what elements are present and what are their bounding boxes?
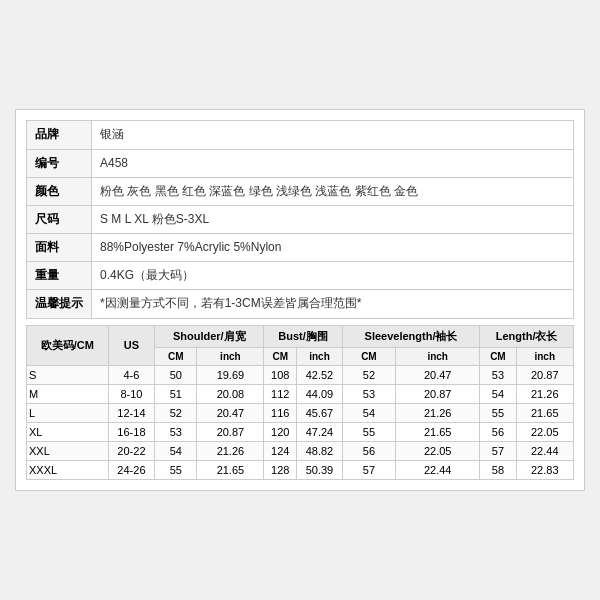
size-row: 尺码 S M L XL 粉色S-3XL bbox=[27, 205, 574, 233]
table-cell: 22.83 bbox=[516, 460, 573, 479]
table-cell: 16-18 bbox=[108, 422, 155, 441]
brand-row: 品牌 银涵 bbox=[27, 121, 574, 149]
table-cell: 108 bbox=[264, 365, 297, 384]
table-row: M8-105120.0811244.095320.875421.26 bbox=[27, 384, 574, 403]
table-cell: 55 bbox=[155, 460, 197, 479]
table-cell: 44.09 bbox=[297, 384, 343, 403]
table-cell: 20.47 bbox=[197, 403, 264, 422]
size-table: 欧美码/CM US Shoulder/肩宽 Bust/胸围 Sleeveleng… bbox=[26, 325, 574, 480]
weight-row: 重量 0.4KG（最大码） bbox=[27, 262, 574, 290]
table-cell: M bbox=[27, 384, 109, 403]
warning-label: 温馨提示 bbox=[27, 290, 92, 318]
table-cell: 55 bbox=[342, 422, 395, 441]
col-us: US bbox=[108, 325, 155, 365]
table-row: XXL20-225421.2612448.825622.055722.44 bbox=[27, 441, 574, 460]
table-cell: 19.69 bbox=[197, 365, 264, 384]
table-cell: 8-10 bbox=[108, 384, 155, 403]
table-cell: 124 bbox=[264, 441, 297, 460]
sleeve-cm-header: CM bbox=[342, 347, 395, 365]
warning-row: 温馨提示 *因测量方式不同，若有1-3CM误差皆属合理范围* bbox=[27, 290, 574, 318]
table-cell: 4-6 bbox=[108, 365, 155, 384]
table-cell: 20.87 bbox=[516, 365, 573, 384]
col-eu-cm: 欧美码/CM bbox=[27, 325, 109, 365]
warning-text: *因测量方式不同，若有1-3CM误差皆属合理范围* bbox=[92, 290, 574, 318]
fabric-row: 面料 88%Polyester 7%Acrylic 5%Nylon bbox=[27, 234, 574, 262]
col-shoulder: Shoulder/肩宽 bbox=[155, 325, 264, 347]
table-cell: 58 bbox=[480, 460, 516, 479]
table-row: XXXL24-265521.6512850.395722.445822.83 bbox=[27, 460, 574, 479]
table-cell: 116 bbox=[264, 403, 297, 422]
table-cell: 47.24 bbox=[297, 422, 343, 441]
length-inch-header: inch bbox=[516, 347, 573, 365]
table-cell: 20.87 bbox=[197, 422, 264, 441]
table-cell: 22.05 bbox=[516, 422, 573, 441]
sleeve-inch-header: inch bbox=[396, 347, 480, 365]
bust-cm-header: CM bbox=[264, 347, 297, 365]
table-cell: 21.65 bbox=[516, 403, 573, 422]
bust-inch-header: inch bbox=[297, 347, 343, 365]
table-cell: 57 bbox=[480, 441, 516, 460]
table-cell: XXXL bbox=[27, 460, 109, 479]
size-table-header-top: 欧美码/CM US Shoulder/肩宽 Bust/胸围 Sleeveleng… bbox=[27, 325, 574, 347]
table-cell: 55 bbox=[480, 403, 516, 422]
table-cell: 53 bbox=[342, 384, 395, 403]
code-label: 编号 bbox=[27, 149, 92, 177]
table-cell: 52 bbox=[155, 403, 197, 422]
size-table-body: S4-65019.6910842.525220.475320.87M8-1051… bbox=[27, 365, 574, 479]
table-cell: 128 bbox=[264, 460, 297, 479]
color-label: 颜色 bbox=[27, 177, 92, 205]
fabric-value: 88%Polyester 7%Acrylic 5%Nylon bbox=[92, 234, 574, 262]
table-cell: 20.87 bbox=[396, 384, 480, 403]
table-cell: 22.44 bbox=[516, 441, 573, 460]
table-cell: 54 bbox=[342, 403, 395, 422]
table-cell: 56 bbox=[342, 441, 395, 460]
code-row: 编号 A458 bbox=[27, 149, 574, 177]
table-cell: 51 bbox=[155, 384, 197, 403]
table-cell: 21.65 bbox=[197, 460, 264, 479]
table-row: L12-145220.4711645.675421.265521.65 bbox=[27, 403, 574, 422]
brand-value: 银涵 bbox=[92, 121, 574, 149]
table-cell: 50 bbox=[155, 365, 197, 384]
table-cell: 22.05 bbox=[396, 441, 480, 460]
table-cell: 12-14 bbox=[108, 403, 155, 422]
size-label: 尺码 bbox=[27, 205, 92, 233]
weight-value: 0.4KG（最大码） bbox=[92, 262, 574, 290]
info-table: 品牌 银涵 编号 A458 颜色 粉色 灰色 黑色 红色 深蓝色 绿色 浅绿色 … bbox=[26, 120, 574, 318]
table-cell: 45.67 bbox=[297, 403, 343, 422]
table-cell: S bbox=[27, 365, 109, 384]
color-row: 颜色 粉色 灰色 黑色 红色 深蓝色 绿色 浅绿色 浅蓝色 紫红色 金色 bbox=[27, 177, 574, 205]
table-row: S4-65019.6910842.525220.475320.87 bbox=[27, 365, 574, 384]
weight-label: 重量 bbox=[27, 262, 92, 290]
col-length: Length/衣长 bbox=[480, 325, 574, 347]
product-card: 品牌 银涵 编号 A458 颜色 粉色 灰色 黑色 红色 深蓝色 绿色 浅绿色 … bbox=[15, 109, 585, 490]
fabric-label: 面料 bbox=[27, 234, 92, 262]
shoulder-cm-header: CM bbox=[155, 347, 197, 365]
table-cell: XL bbox=[27, 422, 109, 441]
table-cell: 120 bbox=[264, 422, 297, 441]
length-cm-header: CM bbox=[480, 347, 516, 365]
table-cell: 52 bbox=[342, 365, 395, 384]
col-bust: Bust/胸围 bbox=[264, 325, 342, 347]
table-cell: 20.08 bbox=[197, 384, 264, 403]
table-cell: 21.65 bbox=[396, 422, 480, 441]
table-cell: 20.47 bbox=[396, 365, 480, 384]
table-cell: 48.82 bbox=[297, 441, 343, 460]
table-cell: 112 bbox=[264, 384, 297, 403]
col-sleeve: Sleevelength/袖长 bbox=[342, 325, 479, 347]
table-cell: L bbox=[27, 403, 109, 422]
table-cell: 21.26 bbox=[396, 403, 480, 422]
table-cell: 21.26 bbox=[516, 384, 573, 403]
table-cell: 21.26 bbox=[197, 441, 264, 460]
table-cell: 24-26 bbox=[108, 460, 155, 479]
table-cell: 22.44 bbox=[396, 460, 480, 479]
table-cell: 20-22 bbox=[108, 441, 155, 460]
brand-label: 品牌 bbox=[27, 121, 92, 149]
code-value: A458 bbox=[92, 149, 574, 177]
table-cell: 57 bbox=[342, 460, 395, 479]
table-row: XL16-185320.8712047.245521.655622.05 bbox=[27, 422, 574, 441]
table-cell: 54 bbox=[480, 384, 516, 403]
color-value: 粉色 灰色 黑色 红色 深蓝色 绿色 浅绿色 浅蓝色 紫红色 金色 bbox=[92, 177, 574, 205]
table-cell: 54 bbox=[155, 441, 197, 460]
size-value: S M L XL 粉色S-3XL bbox=[92, 205, 574, 233]
shoulder-inch-header: inch bbox=[197, 347, 264, 365]
